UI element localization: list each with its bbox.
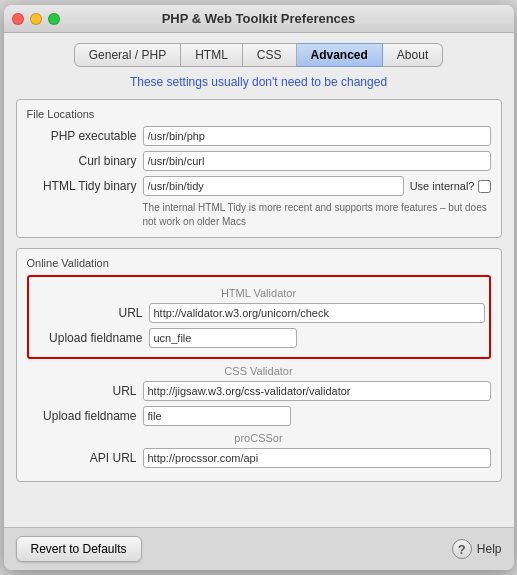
html-validator-upload-input[interactable] (149, 328, 297, 348)
bottom-bar: Revert to Defaults ? Help (4, 527, 514, 570)
curl-binary-row: Curl binary (27, 151, 491, 171)
procssor-api-input[interactable] (143, 448, 491, 468)
procssor-subtitle: proCSSor (27, 432, 491, 444)
html-validator-url-row: URL (33, 303, 485, 323)
online-validation-title: Online Validation (27, 257, 491, 269)
html-tidy-row: HTML Tidy binary Use internal? (27, 176, 491, 196)
html-validator-upload-row: Upload fieldname (33, 328, 485, 348)
close-button[interactable] (12, 13, 24, 25)
online-validation-section: Online Validation HTML Validator URL Upl… (16, 248, 502, 482)
tab-css[interactable]: CSS (243, 43, 297, 67)
preferences-window: PHP & Web Toolkit Preferences General / … (4, 5, 514, 570)
title-bar: PHP & Web Toolkit Preferences (4, 5, 514, 33)
html-validator-upload-label: Upload fieldname (33, 331, 143, 345)
use-internal-checkbox[interactable] (478, 180, 491, 193)
html-validator-url-label: URL (33, 306, 143, 320)
tab-about[interactable]: About (383, 43, 443, 67)
php-executable-label: PHP executable (27, 129, 137, 143)
curl-binary-label: Curl binary (27, 154, 137, 168)
procssor-api-row: API URL (27, 448, 491, 468)
html-validator-subtitle: HTML Validator (33, 287, 485, 299)
css-validator-url-input[interactable] (143, 381, 491, 401)
maximize-button[interactable] (48, 13, 60, 25)
curl-binary-input[interactable] (143, 151, 491, 171)
window-title: PHP & Web Toolkit Preferences (162, 11, 356, 26)
css-validator-url-label: URL (27, 384, 137, 398)
css-validator-url-row: URL (27, 381, 491, 401)
help-button[interactable]: ? Help (452, 539, 502, 559)
help-icon: ? (452, 539, 472, 559)
html-validator-group: HTML Validator URL Upload fieldname (27, 275, 491, 359)
html-tidy-input[interactable] (143, 176, 404, 196)
css-validator-subtitle: CSS Validator (27, 365, 491, 377)
minimize-button[interactable] (30, 13, 42, 25)
traffic-lights (12, 13, 60, 25)
tab-html[interactable]: HTML (181, 43, 243, 67)
subtitle-text: These settings usually don't need to be … (16, 75, 502, 89)
help-label: Help (477, 542, 502, 556)
css-validator-upload-row: Upload fieldname (27, 406, 491, 426)
html-validator-url-input[interactable] (149, 303, 485, 323)
tab-general[interactable]: General / PHP (74, 43, 181, 67)
file-locations-title: File Locations (27, 108, 491, 120)
procssor-api-label: API URL (27, 451, 137, 465)
revert-defaults-button[interactable]: Revert to Defaults (16, 536, 142, 562)
main-content: General / PHP HTML CSS Advanced About Th… (4, 33, 514, 527)
use-internal-label: Use internal? (410, 180, 491, 193)
html-tidy-hint: The internal HTML Tidy is more recent an… (143, 201, 491, 229)
file-locations-section: File Locations PHP executable Curl binar… (16, 99, 502, 238)
tab-bar: General / PHP HTML CSS Advanced About (16, 43, 502, 67)
css-validator-upload-input[interactable] (143, 406, 291, 426)
php-executable-input[interactable] (143, 126, 491, 146)
tab-advanced[interactable]: Advanced (297, 43, 383, 67)
html-tidy-label: HTML Tidy binary (27, 179, 137, 193)
css-validator-upload-label: Upload fieldname (27, 409, 137, 423)
php-executable-row: PHP executable (27, 126, 491, 146)
